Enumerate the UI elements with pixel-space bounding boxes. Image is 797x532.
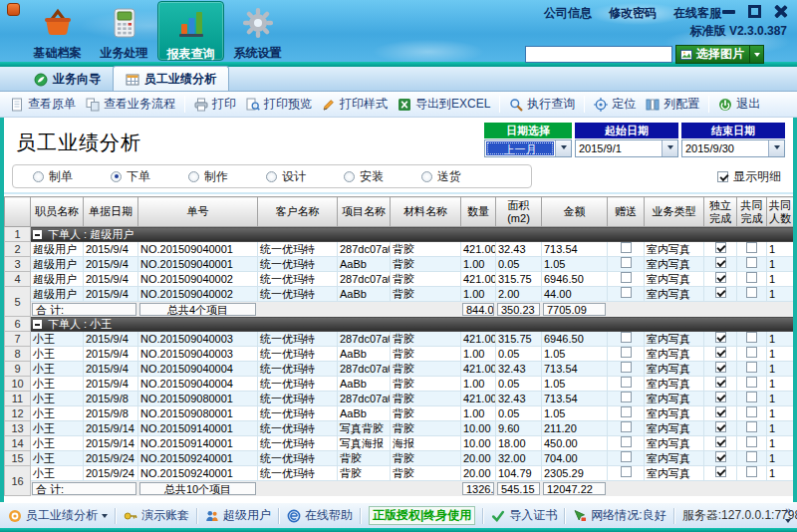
- cell-people[interactable]: 1: [767, 392, 794, 406]
- cell-employee[interactable]: 小王: [31, 377, 84, 392]
- gift-cell[interactable]: [608, 332, 645, 347]
- gift-checkbox[interactable]: [621, 362, 632, 373]
- cell-date[interactable]: 2015/9/8: [84, 406, 138, 421]
- joint-checkbox[interactable]: [746, 362, 757, 373]
- cell-date[interactable]: 2015/9/4: [84, 257, 138, 272]
- cell-amount[interactable]: 2305.29: [542, 466, 608, 481]
- cell-amount[interactable]: 713.54: [542, 362, 608, 377]
- col-header-biztype[interactable]: 业务类型: [645, 197, 704, 227]
- cell-area[interactable]: 32.43: [496, 362, 542, 377]
- cell-employee[interactable]: 小王: [31, 451, 84, 466]
- cell-qty[interactable]: 421.00: [461, 242, 496, 257]
- cell-employee[interactable]: 小王: [31, 466, 84, 481]
- independent-cell[interactable]: [704, 347, 737, 362]
- gift-checkbox[interactable]: [621, 287, 632, 298]
- cell-employee[interactable]: 小王: [31, 392, 84, 406]
- minimize-button[interactable]: [720, 4, 737, 19]
- col-header-area[interactable]: 面积(m2): [496, 197, 542, 227]
- cell-customer[interactable]: 统一优玛特: [258, 332, 338, 347]
- cell-biztype[interactable]: 室内写真: [645, 332, 704, 347]
- cell-material[interactable]: 背胶: [391, 257, 461, 272]
- joint-checkbox[interactable]: [746, 257, 757, 268]
- joint-cell[interactable]: [737, 392, 767, 406]
- cell-material[interactable]: 背胶: [391, 406, 461, 421]
- cell-area[interactable]: 18.00: [496, 436, 542, 451]
- joint-checkbox[interactable]: [746, 332, 757, 343]
- cell-customer[interactable]: 统一优玛特: [258, 466, 338, 481]
- cell-people[interactable]: 1: [767, 406, 794, 421]
- print-style-button[interactable]: 打印样式: [317, 93, 393, 116]
- radio-button[interactable]: [188, 171, 199, 182]
- cell-project[interactable]: 写真海报: [338, 436, 391, 451]
- gift-checkbox[interactable]: [621, 466, 632, 477]
- radio-option-2[interactable]: 下单: [111, 168, 168, 185]
- image-path-input[interactable]: [525, 46, 672, 63]
- nav-item-system[interactable]: 系统设置: [224, 1, 291, 61]
- radio-button[interactable]: [111, 171, 122, 182]
- joint-checkbox[interactable]: [746, 287, 757, 298]
- independent-cell[interactable]: [704, 406, 737, 421]
- cell-customer[interactable]: 统一优玛特: [258, 257, 338, 272]
- cell-area[interactable]: 9.60: [496, 421, 542, 436]
- close-button[interactable]: [772, 4, 789, 19]
- cell-project[interactable]: AaBb: [338, 406, 391, 421]
- start-date-combobox[interactable]: 2015/9/1: [575, 139, 678, 157]
- joint-checkbox[interactable]: [746, 377, 757, 388]
- cell-biztype[interactable]: 室内写真: [645, 436, 704, 451]
- cell-biztype[interactable]: 室内写真: [645, 421, 704, 436]
- joint-cell[interactable]: [737, 377, 767, 392]
- cell-amount[interactable]: 6946.50: [542, 332, 608, 347]
- col-header-people[interactable]: 共同人数: [767, 197, 794, 227]
- col-header-amount[interactable]: 金额: [542, 197, 608, 227]
- gift-cell[interactable]: [608, 451, 645, 466]
- independent-cell[interactable]: [704, 392, 737, 406]
- cell-material[interactable]: 背胶: [391, 377, 461, 392]
- cell-material[interactable]: 背胶: [391, 272, 461, 287]
- joint-checkbox[interactable]: [746, 421, 757, 432]
- cell-employee[interactable]: 小王: [31, 436, 84, 451]
- independent-checkbox[interactable]: [715, 436, 726, 447]
- gift-checkbox[interactable]: [621, 347, 632, 358]
- cell-orderno[interactable]: NO.201509080001: [138, 392, 258, 406]
- end-date-arrow[interactable]: [768, 140, 784, 156]
- cell-people[interactable]: 1: [767, 347, 794, 362]
- cell-orderno[interactable]: NO.201509040003: [138, 332, 258, 347]
- cell-area[interactable]: 315.75: [496, 272, 542, 287]
- cell-biztype[interactable]: 室内写真: [645, 377, 704, 392]
- cell-amount[interactable]: 450.00: [542, 436, 608, 451]
- radio-button[interactable]: [421, 171, 432, 182]
- joint-cell[interactable]: [737, 362, 767, 377]
- gift-cell[interactable]: [608, 242, 645, 257]
- tab-wizard[interactable]: 业务向导: [22, 67, 113, 91]
- cell-customer[interactable]: 统一优玛特: [258, 406, 338, 421]
- cell-amount[interactable]: 1.05: [542, 347, 608, 362]
- joint-cell[interactable]: [737, 287, 767, 302]
- cell-orderno[interactable]: NO.201509140001: [138, 421, 258, 436]
- cell-people[interactable]: 1: [767, 257, 794, 272]
- cell-orderno[interactable]: NO.201509240001: [138, 466, 258, 481]
- joint-cell[interactable]: [737, 272, 767, 287]
- cell-amount[interactable]: 713.54: [542, 392, 608, 406]
- col-header-joint[interactable]: 共同完成: [737, 197, 767, 227]
- cell-employee[interactable]: 超级用户: [31, 287, 84, 302]
- cell-date[interactable]: 2015/9/8: [84, 392, 138, 406]
- status-online-help[interactable]: 在线帮助: [287, 507, 353, 524]
- cell-customer[interactable]: 统一优玛特: [258, 436, 338, 451]
- cell-biztype[interactable]: 室内写真: [645, 451, 704, 466]
- joint-cell[interactable]: [737, 332, 767, 347]
- cell-orderno[interactable]: NO.201509140001: [138, 436, 258, 451]
- cell-area[interactable]: 2.00: [496, 287, 542, 302]
- cell-project[interactable]: 背胶: [338, 451, 391, 466]
- col-header-indep[interactable]: 独立完成: [704, 197, 737, 227]
- status-license[interactable]: 正版授权|终身使用: [369, 506, 475, 525]
- view-original-button[interactable]: 查看原单: [5, 93, 81, 116]
- cell-orderno[interactable]: NO.201509040001: [138, 257, 258, 272]
- col-header-project[interactable]: 项目名称: [338, 197, 391, 227]
- cell-date[interactable]: 2015/9/4: [84, 332, 138, 347]
- cell-qty[interactable]: 1.00: [461, 347, 496, 362]
- radio-button[interactable]: [33, 171, 44, 182]
- cell-project[interactable]: 背胶: [338, 466, 391, 481]
- cell-material[interactable]: 背胶: [391, 466, 461, 481]
- cell-biztype[interactable]: 室内写真: [645, 347, 704, 362]
- independent-cell[interactable]: [704, 332, 737, 347]
